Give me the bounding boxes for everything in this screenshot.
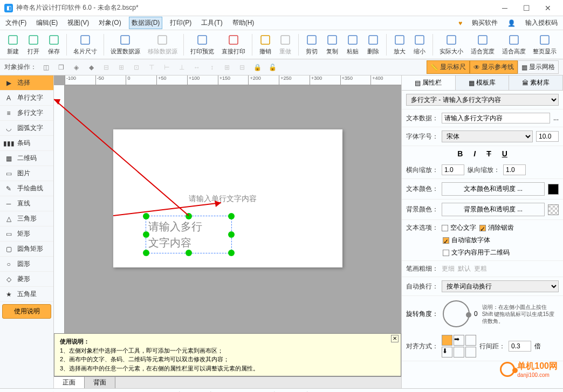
- object-type-select[interactable]: 多行文字 - 请输入多行文字内容: [406, 94, 559, 106]
- objbar-label: 对象操作：: [4, 63, 37, 72]
- tab-back[interactable]: 背面: [85, 377, 115, 388]
- align-tc[interactable]: ➡: [454, 335, 464, 346]
- align-tr[interactable]: [465, 335, 476, 346]
- tool-arctext[interactable]: ◡圆弧文字: [0, 121, 53, 136]
- menu-0[interactable]: 文件(F): [3, 17, 29, 29]
- auth-link[interactable]: 输入授权码: [523, 17, 560, 29]
- tool-multitext[interactable]: ≡多行文字: [0, 106, 53, 121]
- underline-button[interactable]: U: [502, 149, 507, 158]
- vscale-input[interactable]: [503, 164, 526, 175]
- italic-button[interactable]: I: [473, 149, 476, 158]
- fontsize-input[interactable]: [536, 131, 559, 142]
- rtab-props[interactable]: ▤ 属性栏: [402, 75, 456, 90]
- rotate-dial[interactable]: [443, 300, 470, 327]
- chk-antialias[interactable]: ✓消除锯齿: [479, 223, 514, 232]
- layer-icon[interactable]: ◫: [40, 61, 52, 73]
- tool-freehand[interactable]: ✎手绘曲线: [0, 181, 53, 196]
- tool-singletext[interactable]: A单行文字: [0, 91, 53, 106]
- strike-button[interactable]: T: [486, 149, 491, 158]
- tool-roundrect[interactable]: ▢圆角矩形: [0, 242, 53, 257]
- tb-fith[interactable]: 适合高度: [499, 32, 529, 57]
- tool-circle[interactable]: ○圆形: [0, 257, 53, 272]
- hscale-input[interactable]: [442, 164, 464, 175]
- align-mc[interactable]: [454, 347, 464, 357]
- tool-line[interactable]: ─直线: [0, 196, 53, 211]
- close-button[interactable]: ✕: [537, 1, 559, 16]
- tool-triangle[interactable]: △三角形: [0, 211, 53, 226]
- tool-rect[interactable]: ▭矩形: [0, 226, 53, 242]
- canvas[interactable]: 请输入单行文字内容 请输入多行文字内容: [113, 129, 342, 267]
- user-icon: 👤: [505, 18, 518, 28]
- wrap-select[interactable]: 按单词自动换行: [442, 280, 559, 292]
- tab-front[interactable]: 正面: [54, 377, 85, 388]
- pen-thin[interactable]: 更细: [442, 264, 455, 273]
- tb-zoomin[interactable]: 放大: [390, 32, 409, 57]
- toggle-ruler[interactable]: 📏 显示标尺: [427, 60, 470, 74]
- layer3-icon[interactable]: ◈: [70, 61, 82, 73]
- bgcolor-button[interactable]: 背景颜色和透明度 ...: [442, 203, 545, 216]
- help-button[interactable]: 使用说明: [2, 304, 51, 319]
- heart-icon: ♥: [456, 18, 464, 28]
- tb-copy[interactable]: 复制: [322, 32, 342, 57]
- maximize-button[interactable]: ☐: [516, 1, 537, 16]
- tb-fitall[interactable]: 整页显示: [530, 32, 560, 57]
- layer4-icon[interactable]: ◆: [85, 61, 97, 73]
- tb-save[interactable]: 保存: [44, 32, 64, 57]
- tb-print[interactable]: 直接打印: [218, 32, 249, 57]
- menu-5[interactable]: 打印(P): [168, 17, 194, 29]
- linespace-input[interactable]: [509, 341, 531, 352]
- tb-preview[interactable]: 打印预览: [187, 32, 217, 57]
- menu-2[interactable]: 视图(V): [65, 17, 91, 29]
- single-text-element[interactable]: 请输入单行文字内容: [189, 194, 257, 204]
- tb-actual[interactable]: 实际大小: [436, 32, 466, 57]
- textcolor-swatch[interactable]: [548, 184, 559, 195]
- chk-qrcontent[interactable]: 文字内容用于二维码: [443, 248, 510, 257]
- svg-rect-3: [81, 36, 90, 44]
- chk-autoscale[interactable]: ✓自动缩放字体: [443, 236, 490, 245]
- toggle-grid[interactable]: ▦ 显示网格: [518, 60, 559, 74]
- rtab-templates[interactable]: ▦ 模板库: [456, 75, 510, 90]
- buy-link[interactable]: 购买软件: [470, 17, 500, 29]
- bgcolor-swatch[interactable]: [548, 204, 559, 215]
- textcolor-button[interactable]: 文本颜色和透明度 ...: [442, 182, 545, 196]
- tb-delete[interactable]: 删除: [363, 32, 383, 57]
- tb-zoomout[interactable]: 缩小: [410, 32, 430, 57]
- toggle-guides[interactable]: 👁 显示参考线: [470, 60, 518, 74]
- pen-thick[interactable]: 更粗: [474, 264, 487, 273]
- align-ml[interactable]: ⬇: [442, 347, 452, 357]
- menu-4[interactable]: 数据源(D): [129, 17, 163, 29]
- align-tl[interactable]: [442, 335, 452, 346]
- tb-undo[interactable]: 撤销: [256, 32, 275, 57]
- multi-text-element[interactable]: 请输入多行文字内容: [146, 216, 232, 253]
- tool-diamond[interactable]: ◇菱形: [0, 272, 53, 287]
- tool-image[interactable]: ▭图片: [0, 166, 53, 181]
- bold-button[interactable]: B: [457, 149, 463, 158]
- menu-7[interactable]: 帮助(H): [230, 17, 257, 29]
- minimize-button[interactable]: ─: [494, 1, 516, 16]
- tool-select[interactable]: ▶选择: [0, 75, 53, 91]
- menu-1[interactable]: 编辑(E): [34, 17, 60, 29]
- tool-qrcode[interactable]: ▦二维码: [0, 151, 53, 166]
- menu-6[interactable]: 工具(T): [199, 17, 224, 29]
- rtab-assets[interactable]: 🏛 素材库: [509, 75, 563, 90]
- tb-new[interactable]: 新建: [3, 32, 23, 57]
- font-select[interactable]: 宋体: [442, 130, 533, 142]
- tool-barcode[interactable]: ▮▮▮条码: [0, 136, 53, 151]
- tb-setds[interactable]: 设置数据源: [107, 32, 143, 57]
- tb-open[interactable]: 打开: [24, 32, 43, 57]
- svg-rect-16: [447, 36, 456, 44]
- app-icon: ◧: [4, 4, 13, 12]
- tb-cardsize[interactable]: 名片尺寸: [70, 32, 100, 57]
- layer2-icon[interactable]: ❒: [55, 61, 67, 73]
- align-mr[interactable]: [465, 347, 476, 357]
- tb-fitw[interactable]: 适合宽度: [468, 32, 498, 57]
- tool-star[interactable]: ★五角星: [0, 287, 53, 302]
- help-close-button[interactable]: ✕: [391, 335, 399, 342]
- tb-cut[interactable]: 剪切: [302, 32, 321, 57]
- chk-hollow[interactable]: 空心文字: [442, 223, 476, 232]
- pen-default[interactable]: 默认: [458, 264, 471, 273]
- text-data-more[interactable]: ...: [553, 114, 559, 122]
- text-data-input[interactable]: [442, 113, 550, 123]
- tb-paste[interactable]: 粘贴: [343, 32, 362, 57]
- menu-3[interactable]: 对象(O): [97, 17, 123, 29]
